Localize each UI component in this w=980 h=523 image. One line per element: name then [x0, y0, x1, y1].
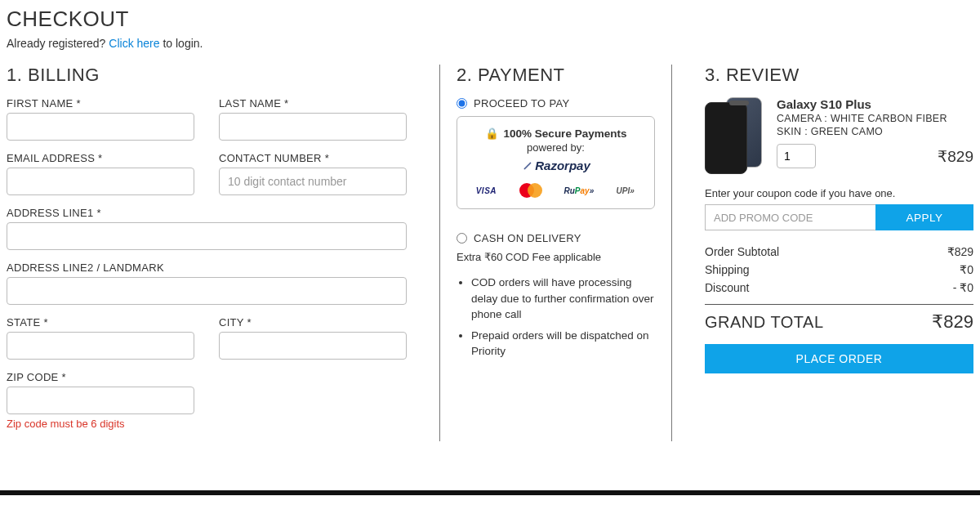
review-title: 3. REVIEW	[705, 65, 973, 86]
discount-value: - ₹0	[953, 281, 973, 294]
footer-bar	[0, 490, 980, 495]
billing-section: 1. BILLING FIRST NAME * LAST NAME * EMAI…	[7, 65, 439, 441]
contact-label: CONTACT NUMBER *	[219, 152, 407, 164]
note-item: Prepaid orders will be dispatched on Pri…	[471, 328, 655, 360]
place-order-button[interactable]: PLACE ORDER	[705, 344, 973, 373]
contact-input[interactable]	[219, 168, 407, 195]
addr2-input[interactable]	[7, 277, 407, 305]
last-name-input[interactable]	[219, 113, 407, 141]
divider	[705, 304, 973, 305]
secure-sub: powered by:	[466, 141, 646, 154]
note-item: COD orders will have processing delay du…	[471, 275, 655, 323]
city-input[interactable]	[219, 332, 407, 360]
zip-label: ZIP CODE *	[7, 371, 194, 383]
zip-input[interactable]	[7, 387, 194, 414]
shipping-value: ₹0	[960, 263, 973, 276]
visa-icon: VISA	[466, 181, 507, 200]
subtotal-value: ₹829	[947, 245, 973, 258]
last-name-label: LAST NAME *	[219, 97, 407, 110]
coupon-hint: Enter your coupon code if you have one.	[705, 187, 973, 199]
subtotal-label: Order Subtotal	[705, 245, 779, 258]
payment-section: 2. PAYMENT PROCEED TO PAY 🔒 100% Secure …	[439, 65, 672, 441]
addr1-label: ADDRESS LINE1 *	[7, 207, 407, 219]
discount-label: Discount	[705, 281, 749, 294]
item-price: ₹829	[938, 147, 973, 166]
cart-item: Galaxy S10 Plus CAMERA : WHITE CARBON FI…	[705, 97, 973, 172]
mastercard-icon	[512, 181, 554, 200]
upi-icon: UPI»	[604, 181, 646, 200]
state-label: STATE *	[7, 316, 194, 329]
payment-notes: COD orders will have processing delay du…	[457, 275, 655, 360]
apply-button[interactable]: APPLY	[875, 204, 973, 230]
login-suffix: to login.	[160, 37, 203, 50]
product-attr: SKIN : GREEN CAMO	[777, 126, 973, 137]
cod-radio[interactable]	[457, 233, 467, 244]
first-name-input[interactable]	[7, 113, 194, 141]
product-image	[705, 97, 764, 172]
coupon-input[interactable]	[705, 204, 875, 230]
login-link[interactable]: Click here	[109, 37, 159, 50]
first-name-label: FIRST NAME *	[7, 97, 194, 110]
login-line: Already registered? Click here to login.	[7, 37, 973, 50]
cod-note: Extra ₹60 COD Fee applicable	[457, 251, 655, 263]
cod-option[interactable]: CASH ON DELIVERY	[457, 232, 655, 244]
login-prefix: Already registered?	[7, 37, 109, 50]
rupay-icon: RuPay»	[559, 181, 600, 200]
product-attr: CAMERA : WHITE CARBON FIBER	[777, 113, 973, 124]
proceed-radio[interactable]	[457, 98, 467, 109]
payment-logos: VISA RuPay» UPI»	[466, 181, 646, 200]
grand-total-value: ₹829	[932, 311, 973, 333]
proceed-to-pay-option[interactable]: PROCEED TO PAY	[457, 97, 655, 110]
grand-total-label: GRAND TOTAL	[705, 313, 824, 332]
email-label: EMAIL ADDRESS *	[7, 152, 194, 164]
lock-icon: 🔒	[485, 127, 499, 140]
review-section: 3. REVIEW Galaxy S10 Plus CAMERA : WHITE…	[672, 65, 973, 441]
addr2-label: ADDRESS LINE2 / LANDMARK	[7, 262, 407, 274]
email-input[interactable]	[7, 168, 194, 195]
quantity-input[interactable]	[777, 144, 816, 168]
razorpay-logo: ⟋Razorpay	[521, 159, 590, 172]
secure-payments-box: 🔒 100% Secure Payments powered by: ⟋Razo…	[457, 116, 655, 209]
proceed-label: PROCEED TO PAY	[474, 97, 569, 110]
state-input[interactable]	[7, 332, 194, 360]
secure-title: 100% Secure Payments	[504, 127, 627, 140]
cod-label: CASH ON DELIVERY	[474, 232, 581, 244]
zip-error: Zip code must be 6 digits	[7, 418, 194, 430]
addr1-input[interactable]	[7, 222, 407, 250]
billing-title: 1. BILLING	[7, 65, 407, 86]
payment-title: 2. PAYMENT	[457, 65, 655, 86]
shipping-label: Shipping	[705, 263, 750, 276]
page-title: CHECKOUT	[7, 7, 973, 32]
product-name: Galaxy S10 Plus	[777, 97, 973, 111]
city-label: CITY *	[219, 316, 407, 329]
